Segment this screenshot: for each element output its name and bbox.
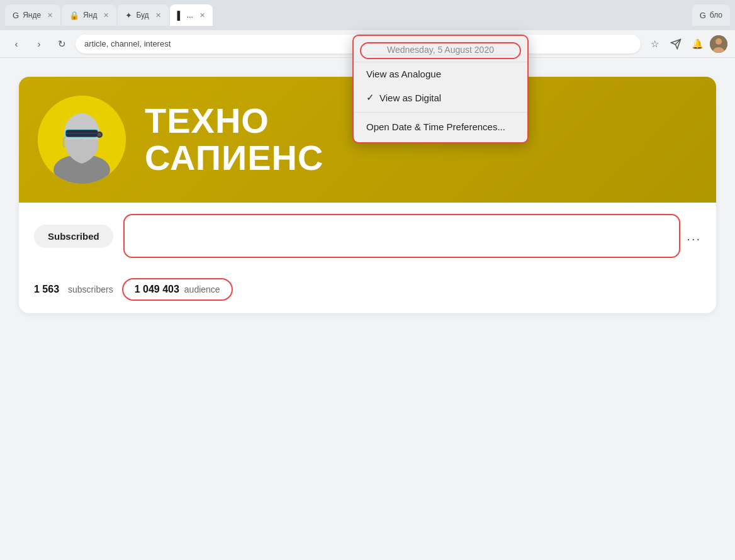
audience-badge: 1 049 403 audience — [122, 278, 233, 301]
tab-4-close[interactable]: ✕ — [199, 11, 205, 20]
digital-label: View as Digital — [379, 92, 441, 103]
send-icon[interactable] — [667, 35, 685, 53]
star-icon: ✦ — [125, 11, 132, 20]
tab-2[interactable]: 🔒 Янд ✕ — [62, 4, 116, 26]
subscribers-count: 1 563 — [34, 284, 59, 295]
tab-3-label: Буд — [136, 11, 149, 20]
bookmark-icon[interactable]: ☆ — [646, 35, 663, 53]
google-icon: G — [13, 11, 19, 20]
menu-item-analogue[interactable]: View as Analogue — [354, 62, 527, 86]
channel-title-line2: САПИЕНС — [145, 140, 323, 177]
tab-3[interactable]: ✦ Буд ✕ — [118, 4, 168, 26]
channel-avatar — [38, 96, 126, 184]
tab-1[interactable]: G Янде ✕ — [5, 4, 60, 26]
notification-icon[interactable]: 🔔 — [688, 35, 706, 53]
menu-item-digital[interactable]: ✓ View as Digital — [354, 86, 527, 109]
preferences-label: Open Date & Time Preferences... — [366, 121, 505, 132]
tab-3-close[interactable]: ✕ — [155, 11, 161, 20]
subscribers-row: 1 563 subscribers 1 049 403 audience — [19, 276, 716, 313]
check-icon: ✓ — [366, 92, 374, 103]
tab-4-active[interactable]: ▌ ... ✕ — [170, 4, 213, 26]
tab-2-close[interactable]: ✕ — [103, 11, 109, 20]
reload-button[interactable]: ↻ — [53, 35, 70, 53]
browser-tabs-bar: G Янде ✕ 🔒 Янд ✕ ✦ Буд ✕ ▌ ... ✕ G бло — [0, 0, 735, 30]
tab-5[interactable]: G бло — [692, 4, 730, 26]
audience-label: audience — [184, 284, 220, 294]
context-menu-date: Wednesday, 5 August 2020 — [366, 45, 515, 55]
channel-footer: Subscribed ... — [19, 203, 716, 269]
subscribed-button[interactable]: Subscribed — [34, 225, 113, 248]
tab-1-label: Янде — [23, 11, 41, 20]
subscribers-label: subscribers — [68, 284, 113, 294]
channel-title-line1: ТЕХНО — [145, 103, 323, 140]
audience-count: 1 049 403 — [135, 284, 179, 295]
svg-point-3 — [715, 38, 722, 45]
stats-area — [123, 214, 681, 258]
forward-button[interactable]: › — [30, 35, 48, 53]
user-avatar[interactable] — [710, 35, 727, 53]
tab-5-label: бло — [710, 11, 722, 20]
tab-1-close[interactable]: ✕ — [47, 11, 53, 20]
menu-item-preferences[interactable]: Open Date & Time Preferences... — [354, 115, 527, 138]
back-button[interactable]: ‹ — [8, 35, 25, 53]
tab-5-icon: G — [700, 11, 706, 20]
tab-4-label: ... — [187, 11, 193, 20]
menu-divider — [354, 112, 527, 113]
context-menu: Wednesday, 5 August 2020 View as Analogu… — [352, 35, 529, 143]
svg-point-13 — [98, 133, 101, 137]
active-tab-icon: ▌ — [177, 11, 183, 20]
channel-title: ТЕХНО САПИЕНС — [145, 103, 323, 177]
tab-2-label: Янд — [83, 11, 97, 20]
toolbar-icons: ☆ 🔔 — [646, 35, 727, 53]
analogue-label: View as Analogue — [366, 69, 441, 79]
lock-icon: 🔒 — [69, 11, 79, 20]
more-options-button[interactable]: ... — [687, 229, 701, 244]
